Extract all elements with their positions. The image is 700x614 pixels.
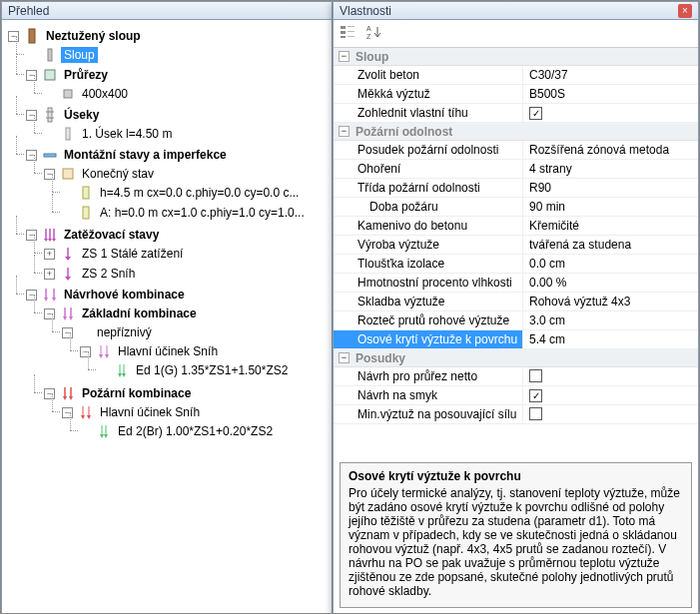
prop-key: Posudek požární odolnosti: [334, 141, 523, 159]
prop-value[interactable]: 4 strany: [523, 160, 698, 178]
prop-value[interactable]: 0.0 cm: [523, 255, 698, 273]
tree-item-zatezovaci[interactable]: − Zatěžovací stavy: [26, 226, 332, 244]
checkbox-unchecked-icon[interactable]: [529, 407, 542, 420]
tree-item-ed[interactable]: Ed 2(Br) 1.00*ZS1+0.20*ZS2: [80, 422, 332, 440]
overview-panel: Přehled − Neztužený sloup: [1, 1, 333, 614]
properties-grid[interactable]: − Sloup Zvolit beton C30/37 Měkká výztuž…: [334, 47, 698, 464]
prop-row-concrete[interactable]: Zvolit beton C30/37: [334, 66, 698, 85]
tree-label: Ed 2(Br) 1.00*ZS1+0.20*ZS2: [115, 423, 276, 439]
tree-item-hlavni[interactable]: − Hlavní účinek Sníh: [80, 342, 332, 360]
prop-row-spacing[interactable]: Rozteč prutů rohové výztuže 3.0 cm: [334, 311, 698, 330]
collapse-icon[interactable]: −: [44, 308, 55, 319]
prop-value[interactable]: 3.0 cm: [523, 311, 698, 329]
group-label: Sloup: [355, 50, 388, 64]
tree-item-kst[interactable]: h=4.5 m cx=0.0 c.phiy=0.0 cy=0.0 c...: [62, 184, 332, 202]
tree-label: Montážní stavy a imperfekce: [61, 147, 230, 163]
tree-item-konecny[interactable]: − Konečný stav: [44, 165, 332, 183]
tree-item-usek[interactable]: 1. Úsek l=4.50 m: [44, 125, 332, 143]
prop-row-layout[interactable]: Skladba výztuže Rohová výztuž 4x3: [334, 293, 698, 311]
svg-rect-13: [341, 31, 346, 34]
tree-item-hlavni[interactable]: − Hlavní účinek Sníh: [62, 403, 332, 421]
prop-value[interactable]: 5.4 cm: [523, 330, 698, 348]
collapse-icon[interactable]: −: [26, 290, 37, 301]
collapse-icon[interactable]: −: [339, 126, 350, 137]
prop-value[interactable]: C30/37: [523, 66, 698, 84]
prop-row-reinforcement[interactable]: Měkká výztuž B500S: [334, 85, 698, 104]
checkbox-checked-icon[interactable]: ✓: [529, 389, 542, 402]
collapse-icon[interactable]: −: [44, 169, 55, 180]
tree-item-pozarni[interactable]: − Požární kombinace: [44, 384, 332, 402]
tree-item-section[interactable]: 400x400: [44, 85, 332, 103]
collapse-icon[interactable]: −: [339, 352, 350, 363]
tree-item-ed[interactable]: Ed 1(G) 1.35*ZS1+1.50*ZS2: [98, 361, 332, 379]
collapse-icon[interactable]: −: [339, 51, 350, 62]
tree-view[interactable]: − Neztužený sloup Sloup: [2, 20, 332, 612]
prop-value[interactable]: Rohová výztuž 4x3: [523, 293, 698, 310]
prop-group-header[interactable]: − Posudky: [334, 349, 698, 367]
collapse-icon[interactable]: −: [26, 150, 37, 161]
prop-value[interactable]: Rozšířená zónová metoda: [523, 141, 698, 159]
svg-rect-4: [48, 108, 52, 122]
prop-value[interactable]: 90 min: [523, 198, 698, 216]
collapse-icon[interactable]: −: [26, 110, 37, 121]
prop-value[interactable]: 0.00 %: [523, 274, 698, 292]
prop-value[interactable]: ✓: [523, 104, 698, 122]
tree-item-zs[interactable]: + ZS 1 Stálé zatížení: [44, 245, 332, 263]
collapse-icon[interactable]: −: [62, 327, 73, 338]
prop-row-shear[interactable]: Návrh na smyk ✓: [334, 386, 698, 405]
tree-item-useky[interactable]: − Úseky: [26, 106, 332, 124]
prop-key: Rozteč prutů rohové výztuže: [334, 311, 523, 329]
prop-row-moisture[interactable]: Hmotnostní procento vlhkosti 0.00 %: [334, 274, 698, 293]
tree-item-montazni[interactable]: − Montážní stavy a imperfekce: [26, 146, 332, 164]
prop-row-charring[interactable]: Ohoření 4 strany: [334, 160, 698, 179]
collapse-icon[interactable]: −: [8, 31, 19, 42]
prop-value[interactable]: [523, 367, 698, 385]
expand-icon[interactable]: +: [44, 249, 55, 260]
alpha-sort-icon[interactable]: AZ: [365, 24, 381, 43]
collapse-icon[interactable]: −: [80, 346, 91, 357]
prop-value[interactable]: [523, 405, 698, 423]
prop-row-production[interactable]: Výroba výztuže tvářená za studena: [334, 236, 698, 255]
prop-group-header[interactable]: − Požární odolnost: [334, 123, 698, 141]
prop-row-fireclass[interactable]: Třída požární odolnosti R90: [334, 179, 698, 198]
collapse-icon[interactable]: −: [62, 407, 73, 418]
effect-icon: [78, 404, 94, 420]
tree-item-prurezy[interactable]: − Průřezy: [26, 66, 332, 84]
prop-row-minreinf[interactable]: Min.výztuž na posouvající sílu: [334, 405, 698, 424]
prop-value[interactable]: Křemičité: [523, 217, 698, 235]
svg-rect-9: [63, 169, 73, 179]
tree-item-zs[interactable]: + ZS 2 Sníh: [44, 265, 332, 283]
prop-row-aggregate[interactable]: Kamenivo do betonu Křemičité: [334, 217, 698, 236]
prop-row-assessment[interactable]: Posudek požární odolnosti Rozšířená zóno…: [334, 141, 698, 160]
close-button[interactable]: ×: [678, 4, 692, 18]
prop-row-selfweight[interactable]: Zohlednit vlastní tíhu ✓: [334, 104, 698, 123]
prop-value[interactable]: tvářená za studena: [523, 236, 698, 254]
tree-item-sloup[interactable]: Sloup: [26, 46, 332, 64]
tree-root[interactable]: − Neztužený sloup: [8, 27, 332, 45]
prop-key: Zvolit beton: [334, 66, 523, 84]
collapse-icon[interactable]: −: [26, 70, 37, 81]
tree-item-kst[interactable]: A: h=0.0 m cx=1.0 c.phiy=1.0 cy=1.0...: [62, 204, 332, 222]
expand-icon[interactable]: +: [44, 269, 55, 280]
prop-value[interactable]: R90: [523, 179, 698, 197]
collapse-icon[interactable]: −: [26, 230, 37, 241]
prop-row-insulation[interactable]: Tloušťka izolace 0.0 cm: [334, 255, 698, 274]
checkbox-unchecked-icon[interactable]: [529, 369, 542, 382]
prop-row-fireduration[interactable]: Doba požáru 90 min: [334, 198, 698, 217]
tree-label: Hlavní účinek Sníh: [115, 343, 221, 359]
segments-icon: [42, 107, 58, 123]
checkbox-checked-icon[interactable]: ✓: [529, 107, 542, 120]
tree-item-nepriznivy[interactable]: − nepříznivý: [62, 323, 332, 341]
categorized-icon[interactable]: [340, 24, 355, 43]
prop-value[interactable]: ✓: [523, 386, 698, 404]
prop-row-axialcover[interactable]: Osové krytí výztuže k povrchu 5.4 cm: [334, 330, 698, 349]
tree-item-zakladni[interactable]: − Základní kombinace: [44, 305, 332, 322]
prop-row-netto[interactable]: Návrh pro průřez netto: [334, 367, 698, 386]
tree-label: Požární kombinace: [79, 385, 194, 401]
prop-group-header[interactable]: − Sloup: [334, 48, 698, 66]
ed-icon: [114, 362, 130, 378]
collapse-icon[interactable]: −: [44, 388, 55, 399]
tree-item-navrhove[interactable]: − Návrhové kombinace: [26, 286, 332, 304]
tree-label: ZS 1 Stálé zatížení: [79, 246, 186, 262]
prop-value[interactable]: B500S: [523, 85, 698, 103]
